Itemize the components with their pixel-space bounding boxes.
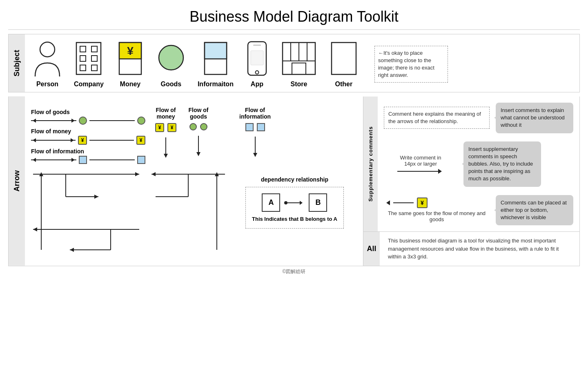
goods-label: Goods [161,81,182,88]
subject-items: Person Company [25,34,579,92]
subject-item-person: Person [33,40,62,88]
subject-label: Subject [9,34,25,92]
arrow-label-3: ¥ The same goes for the flow of money an… [384,197,490,222]
information-icon [201,40,230,77]
subject-item-goods: Goods [157,40,185,88]
subject-item-store: Store [281,40,317,88]
money-label: Money [120,81,141,88]
dependency-box: A B This Indicates that B belongs to A [245,187,344,229]
grouped-flows: Flow ofmoney ¥ ¥ Flow ofgoods [154,105,271,164]
information-label: Informaiton [198,81,234,88]
svg-rect-5 [91,56,97,61]
svg-point-0 [40,42,55,57]
store-label: Store [290,81,307,88]
dep-box-b: B [309,193,327,212]
all-row: All This business model diagram is a too… [363,231,579,266]
svg-marker-30 [253,153,257,157]
goods-flow-arrow [186,134,211,158]
supplementary-label: Supplementary comments [363,96,378,231]
subject-item-app: App [246,40,268,88]
right-panel: Supplementary comments Comment here expl… [363,96,579,266]
copyright: ©図解総研 [8,266,580,277]
svg-marker-42 [70,248,74,252]
arrow-label-2: Write comment in 14px or larger [384,155,457,174]
store-icon [281,40,317,77]
dep-inner: A B [262,193,327,212]
all-label: All [363,232,380,266]
subject-item-other: Other [330,40,358,88]
app-label: App [251,81,263,88]
goods-flow-group: Flow ofgoods [186,107,211,158]
dep-description: This Indicates that B belongs to A [252,216,337,222]
arrow-suppl-wrapper: Arrow Flow of goods [8,96,580,266]
info-flow-arrow [243,135,267,159]
other-label: Other [335,81,353,88]
svg-rect-7 [91,65,97,71]
svg-marker-32 [135,172,139,176]
supplementary-block: Supplementary comments Comment here expl… [363,96,579,231]
other-icon [330,40,358,77]
subject-item-information: Informaiton [198,40,234,88]
speech-bubble-2: Insert supplementary comments in speech … [463,141,541,187]
svg-marker-26 [164,154,168,158]
svg-rect-24 [332,43,356,74]
arrow-content: Flow of goods Flow [25,96,363,266]
staircase-arrows-left [29,168,143,258]
flow-labels-section: Flow of goods Flow [31,105,145,164]
svg-rect-4 [80,56,86,61]
flow-arrows-top: Flow of goods Flow [25,101,363,166]
person-icon [33,40,62,77]
comment-box-1: Comment here explains the meaning of the… [384,107,490,129]
flow-money-label: Flow of money ¥ ¥ [31,128,145,145]
app-icon [246,40,268,77]
speech-bubble-1: Insert comments to explain what cannot b… [496,103,573,133]
goods-icon [157,40,185,77]
svg-text:¥: ¥ [127,45,134,57]
staircase-svg-right [147,168,229,258]
svg-rect-17 [251,51,263,65]
suppl-item-1: Comment here explains the meaning of the… [384,103,573,133]
big-arrows-row: dependency relationship A B This Indicat… [25,168,363,258]
svg-point-11 [159,45,183,70]
money-flow-arrow [154,135,178,160]
svg-rect-16 [253,45,261,46]
speech-bubble-3: Comments can be placed at either top or … [496,195,573,226]
suppl-item-3: ¥ The same goes for the flow of money an… [384,195,573,226]
svg-rect-2 [80,46,86,52]
dependency-section: dependency relationship A B This Indicat… [245,176,344,258]
dep-box-a: A [262,193,280,212]
svg-rect-23 [292,63,306,74]
company-label: Company [74,81,104,88]
svg-marker-39 [33,227,37,231]
svg-point-15 [255,71,258,74]
page-title: Business Model Diagram Toolkit [8,0,580,30]
svg-marker-44 [151,172,156,176]
staircase-arrows-right [147,168,229,258]
staircase-svg-left [29,168,143,258]
all-description: This business model diagram is a tool fo… [380,232,579,266]
arrow-label: Arrow [9,96,25,266]
dep-arrow [284,201,305,205]
suppl-item-2: Write comment in 14px or larger Insert s… [384,141,573,187]
svg-rect-13 [205,43,227,59]
person-label: Person [36,81,58,88]
svg-rect-6 [80,65,86,71]
subject-item-company: Company [74,40,104,88]
svg-marker-28 [196,152,200,156]
subject-note: ←It's okay to place something close to t… [374,46,448,83]
subject-item-money: ¥ Money [116,40,145,88]
svg-marker-35 [94,195,98,199]
money-flow-group: Flow ofmoney ¥ ¥ [154,107,178,160]
info-flow-group: Flow ofinformation [239,107,271,159]
subject-row: Subject Person [8,34,580,92]
svg-rect-3 [91,46,97,52]
company-icon [74,40,103,77]
supplementary-content: Comment here explains the meaning of the… [378,96,579,231]
money-icon: ¥ [116,40,145,77]
flow-info-label: Flow of information [31,148,145,164]
flow-goods-label: Flow of goods [31,109,145,125]
